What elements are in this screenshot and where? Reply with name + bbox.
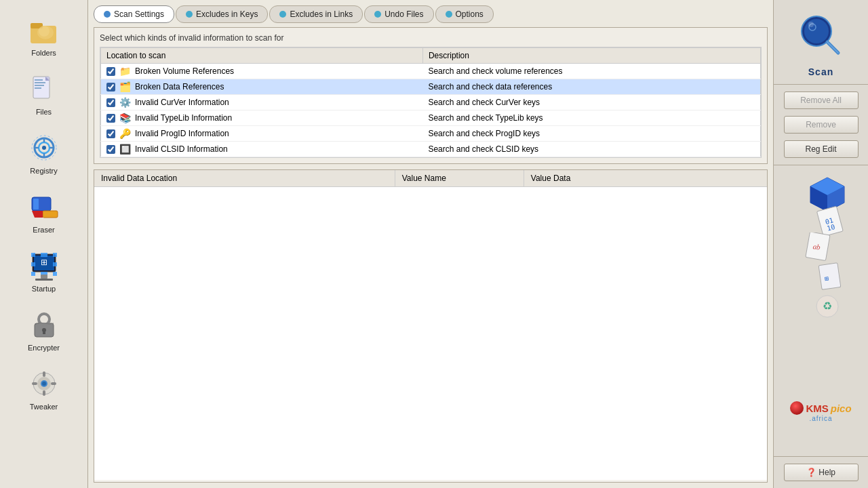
scan-row-name: Invalid CurVer Information: [135, 98, 229, 107]
sidebar-item-encrypter[interactable]: Encrypter: [10, 302, 78, 357]
scan-button-area[interactable]: Scan: [774, 0, 868, 85]
scan-row[interactable]: ⚙️ Invalid CurVer Information Search and…: [101, 95, 761, 110]
scan-row[interactable]: 🔲 Invalid CLSID Information Search and c…: [101, 142, 761, 157]
sidebar: Folders Files: [0, 0, 88, 488]
kms-k-label: KMS: [806, 403, 828, 414]
tab-label-excludes-keys: Excludes in Keys: [196, 9, 258, 19]
help-button-area: ❓ Help: [774, 456, 868, 488]
results-col-value-data: Value Data: [524, 170, 767, 186]
svg-rect-46: [43, 371, 45, 377]
kms-icon: [790, 401, 804, 415]
svg-text:⊞: ⊞: [41, 258, 47, 267]
sidebar-item-label-folders: Folders: [31, 49, 56, 57]
remove-button[interactable]: Remove: [784, 116, 859, 134]
row-icon: 🔑: [119, 128, 131, 139]
scan-row-name: Broken Volume References: [135, 66, 234, 76]
scan-row-checkbox[interactable]: [106, 145, 115, 154]
results-header: Invalid Data Location Value Name Value D…: [94, 170, 767, 187]
svg-point-45: [42, 382, 46, 386]
encrypter-icon: [26, 307, 62, 342]
sidebar-item-folders[interactable]: Folders: [10, 7, 78, 62]
col-header-description: Description: [422, 48, 760, 64]
scan-row[interactable]: 📁 Broken Volume References Search and ch…: [101, 64, 761, 79]
scan-row-checkbox[interactable]: [106, 129, 115, 138]
row-icon: 📁: [119, 66, 131, 77]
svg-rect-30: [31, 262, 35, 266]
tab-options[interactable]: Options: [435, 5, 494, 23]
svg-rect-47: [43, 390, 45, 396]
col-header-location: Location to scan: [101, 48, 423, 64]
row-icon: 🔲: [119, 144, 131, 155]
scan-table-wrap[interactable]: Location to scan Description 📁 Broken Vo…: [100, 47, 762, 158]
kms-africa-label: .africa: [809, 415, 832, 422]
scan-icon-large: [792, 7, 850, 66]
tab-excludes-keys[interactable]: Excludes in Keys: [176, 5, 268, 23]
scan-row-checkbox[interactable]: [106, 67, 115, 76]
svg-rect-35: [41, 274, 47, 279]
scan-row-checkbox[interactable]: [106, 83, 115, 92]
svg-rect-6: [35, 82, 45, 83]
svg-rect-7: [35, 85, 44, 86]
svg-rect-34: [53, 272, 57, 276]
kmspico-brand: KMSpico .africa: [774, 401, 868, 422]
tab-label-scan-settings: Scan Settings: [114, 9, 164, 19]
sidebar-item-label-files: Files: [36, 108, 52, 116]
eraser-icon: [26, 189, 62, 224]
action-buttons: Remove All Remove Reg Edit: [774, 85, 868, 165]
scan-button-label: Scan: [808, 66, 833, 77]
svg-rect-29: [53, 253, 57, 257]
results-col-value-name: Value Name: [395, 170, 524, 186]
doc-icon-3: ⊞: [816, 262, 849, 295]
scan-row-checkbox[interactable]: [106, 114, 115, 123]
scan-row-name: Invalid ProgID Information: [135, 129, 229, 138]
tab-dot-options: [446, 11, 452, 18]
sidebar-item-startup[interactable]: ⊞ Startup: [10, 243, 78, 298]
results-body: [94, 187, 767, 480]
scan-table: Location to scan Description 📁 Broken Vo…: [100, 47, 761, 157]
tab-label-undo-files: Undo Files: [384, 9, 423, 19]
svg-rect-21: [33, 199, 39, 209]
svg-rect-32: [31, 272, 35, 276]
help-button[interactable]: ❓ Help: [784, 464, 859, 481]
results-panel: Invalid Data Location Value Name Value D…: [94, 169, 768, 483]
scan-row-name: Invalid CLSID Information: [135, 144, 228, 154]
svg-rect-22: [43, 211, 58, 218]
reg-edit-button[interactable]: Reg Edit: [784, 140, 859, 158]
svg-point-3: [39, 26, 50, 37]
right-panel: Scan Remove All Remove Reg Edit 01 10: [773, 0, 868, 488]
tab-excludes-links[interactable]: Excludes in Links: [269, 5, 363, 23]
svg-text:♻: ♻: [823, 300, 832, 312]
sidebar-item-eraser[interactable]: Eraser: [10, 184, 78, 239]
sidebar-item-registry[interactable]: Registry: [10, 125, 78, 180]
svg-point-55: [808, 22, 814, 27]
main-content: Scan Settings Excludes in Keys Excludes …: [88, 0, 773, 488]
folders-icon: [26, 12, 62, 47]
remove-all-button[interactable]: Remove All: [784, 92, 859, 109]
registry-icon: [26, 130, 62, 165]
scan-row-checkbox[interactable]: [106, 98, 115, 107]
scan-row[interactable]: 🔑 Invalid ProgID Information Search and …: [101, 126, 761, 142]
tab-label-excludes-links: Excludes in Links: [290, 9, 353, 19]
scan-row-description: Search and check CLSID keys: [422, 142, 760, 157]
tab-label-options: Options: [456, 9, 484, 19]
scan-row-description: Search and check TypeLib keys: [422, 110, 760, 126]
tab-scan-settings[interactable]: Scan Settings: [94, 5, 174, 23]
tab-dot-excludes-links: [279, 11, 286, 18]
sidebar-item-files[interactable]: Files: [10, 66, 78, 121]
svg-rect-8: [35, 87, 41, 89]
deco-icons: 01 10 ab ⊞ ♻: [787, 172, 868, 321]
sidebar-item-label-eraser: Eraser: [33, 226, 54, 234]
sidebar-item-label-encrypter: Encrypter: [28, 344, 60, 352]
scan-row-description: Search and check ProgID keys: [422, 126, 760, 142]
results-col-location: Invalid Data Location: [94, 170, 395, 186]
scan-row-name: Broken Data References: [135, 82, 224, 92]
scan-row[interactable]: 📚 Invalid TypeLib Information Search and…: [101, 110, 761, 126]
row-icon: 📚: [119, 113, 131, 123]
scan-row[interactable]: 🗂️ Broken Data References Search and che…: [101, 79, 761, 95]
tab-bar: Scan Settings Excludes in Keys Excludes …: [94, 5, 768, 23]
scan-settings-panel: Select which kinds of invalid informatio…: [94, 27, 768, 164]
scan-row-description: Search and check CurVer keys: [422, 95, 760, 110]
sidebar-item-tweaker[interactable]: Tweaker: [10, 361, 78, 416]
decorative-area: 01 10 ab ⊞ ♻ KMSpico: [774, 165, 868, 456]
tab-undo-files[interactable]: Undo Files: [364, 5, 433, 23]
